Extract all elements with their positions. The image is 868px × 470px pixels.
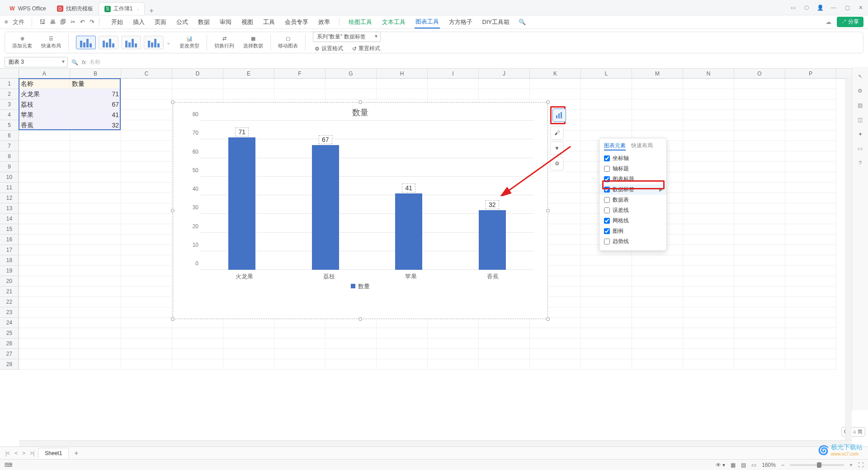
cell[interactable] (19, 297, 70, 307)
cell[interactable] (19, 131, 70, 141)
cell[interactable] (121, 110, 172, 120)
cell[interactable] (734, 99, 785, 110)
cell[interactable] (121, 276, 172, 287)
chart-style-3[interactable] (121, 36, 141, 49)
cell[interactable] (734, 297, 785, 307)
cell[interactable] (121, 328, 172, 338)
cell[interactable] (70, 255, 121, 266)
row-header[interactable]: 24 (0, 318, 19, 328)
cell[interactable] (223, 338, 274, 349)
share-button[interactable]: ↗ 分享 (837, 17, 863, 27)
resize-handle[interactable] (359, 100, 362, 104)
cell[interactable] (70, 338, 121, 349)
cell[interactable] (70, 151, 121, 162)
maximize-icon[interactable]: ▢ (844, 4, 851, 11)
window-snap-icon[interactable]: ▭ (789, 4, 797, 11)
tab-tools[interactable]: 工具 (262, 16, 276, 28)
cell[interactable] (683, 120, 734, 131)
cell[interactable] (785, 79, 836, 89)
app-tab-wps[interactable]: W WPS Office (4, 2, 52, 15)
cell[interactable] (785, 328, 836, 338)
cell[interactable] (223, 359, 274, 370)
cell[interactable] (785, 110, 836, 120)
cell[interactable] (70, 318, 121, 328)
cell[interactable] (70, 266, 121, 276)
move-chart-button[interactable]: ▢ 移动图表 (274, 34, 302, 51)
col-header[interactable]: I (428, 69, 479, 78)
cell[interactable] (70, 224, 121, 235)
cell[interactable]: 数量 (70, 79, 121, 89)
ime-indicator[interactable]: CH ♫ 简 (841, 427, 865, 437)
cell[interactable] (683, 162, 734, 172)
cell[interactable] (785, 89, 836, 99)
cell[interactable] (632, 89, 683, 99)
chart-style-button[interactable]: 🖌 (550, 126, 564, 140)
select-data-button[interactable]: ▦ 选择数据 (240, 34, 267, 51)
cell[interactable] (734, 245, 785, 255)
cell[interactable] (785, 255, 836, 266)
row-header[interactable]: 7 (0, 141, 19, 151)
cell[interactable] (377, 338, 428, 349)
col-header[interactable]: N (683, 69, 734, 78)
cell[interactable] (581, 266, 632, 276)
cell[interactable] (274, 359, 326, 370)
cell[interactable] (632, 110, 683, 120)
col-header[interactable]: F (274, 69, 326, 78)
cell[interactable] (70, 287, 121, 297)
cell[interactable] (70, 203, 121, 214)
cell[interactable] (121, 99, 172, 110)
cell[interactable] (632, 79, 683, 89)
row-header[interactable]: 1 (0, 79, 19, 89)
cell[interactable] (734, 131, 785, 141)
cell[interactable] (19, 349, 70, 359)
row-header[interactable]: 17 (0, 245, 19, 255)
cell[interactable] (377, 79, 428, 89)
cell[interactable] (479, 338, 530, 349)
cell[interactable] (785, 359, 836, 370)
cell[interactable] (223, 328, 274, 338)
cell[interactable] (683, 359, 734, 370)
cell[interactable] (581, 338, 632, 349)
set-format-button[interactable]: ⚙设置格式 (313, 44, 345, 53)
row-header[interactable]: 16 (0, 235, 19, 245)
cell[interactable] (172, 79, 223, 89)
popup-item[interactable]: 趋势线 (599, 236, 666, 247)
cell[interactable] (121, 141, 172, 151)
bar[interactable]: 71 (228, 127, 255, 270)
cell[interactable] (785, 318, 836, 328)
cell[interactable] (785, 297, 836, 307)
row-header[interactable]: 8 (0, 151, 19, 162)
cell[interactable]: 67 (70, 99, 121, 110)
cell[interactable] (632, 338, 683, 349)
cell[interactable] (70, 359, 121, 370)
cell[interactable] (377, 328, 428, 338)
minimize-icon[interactable]: — (830, 4, 837, 11)
view-page-icon[interactable]: ▤ (741, 462, 746, 468)
cell[interactable] (734, 349, 785, 359)
cell[interactable] (172, 89, 223, 99)
status-mode-icon[interactable]: ⌨ (5, 462, 12, 468)
bar[interactable]: 67 (312, 135, 339, 270)
cell[interactable] (121, 203, 172, 214)
cell[interactable] (581, 99, 632, 110)
cell[interactable] (479, 328, 530, 338)
cell[interactable] (734, 287, 785, 297)
tab-text-tools[interactable]: 文本工具 (381, 16, 406, 28)
resize-handle[interactable] (546, 209, 550, 212)
row-header[interactable]: 28 (0, 359, 19, 370)
cell[interactable] (683, 89, 734, 99)
tab-home[interactable]: 开始 (110, 16, 124, 28)
cell[interactable] (734, 79, 785, 89)
cell[interactable] (632, 297, 683, 307)
cell[interactable] (785, 141, 836, 151)
horizontal-scrollbar[interactable] (19, 440, 852, 446)
cell[interactable] (121, 224, 172, 235)
plot-area[interactable]: 01020304050607080 71674132 火龙果荔枝苹果香蕉 (200, 121, 534, 279)
cell[interactable] (428, 338, 479, 349)
cell[interactable] (19, 245, 70, 255)
switch-rc-button[interactable]: ⇄ 切换行列 (211, 34, 238, 51)
cell[interactable] (428, 79, 479, 89)
popup-item[interactable]: 数据标签▶ (599, 184, 666, 195)
cell[interactable] (734, 110, 785, 120)
cell[interactable] (734, 359, 785, 370)
